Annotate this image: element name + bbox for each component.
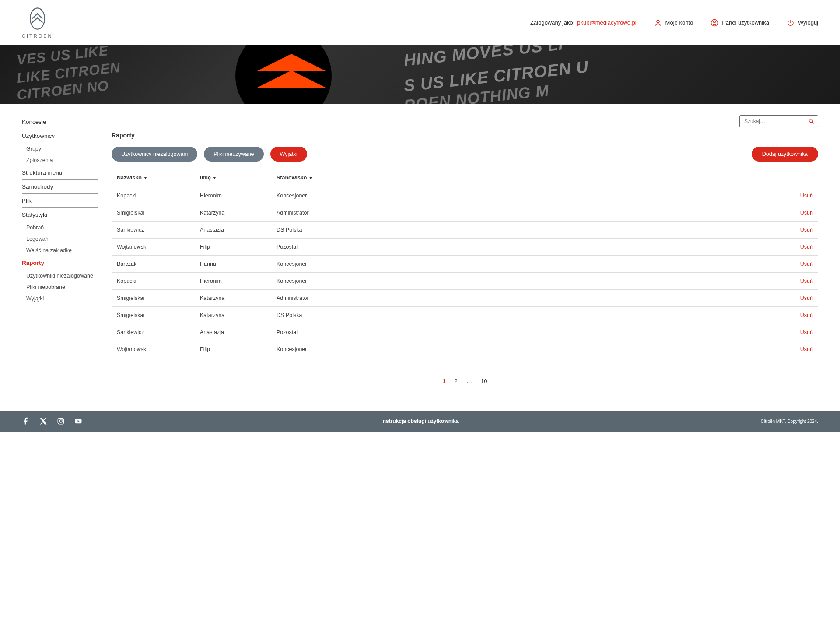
users-table: Nazwisko▼ Imię▼ Stanowisko▼ KopackiHiero…	[112, 170, 818, 358]
cell-lastname: Wojtanowski	[117, 244, 200, 250]
sort-caret-icon: ▼	[144, 176, 147, 180]
delete-link[interactable]: Usuń	[800, 346, 813, 352]
header-right: Zalogowany jako: pkub@mediacyfrowe.pl Mo…	[530, 19, 818, 27]
cell-role: Administrator	[276, 295, 778, 301]
cell-firstname: Katarzyna	[200, 210, 276, 216]
svg-point-6	[60, 420, 62, 422]
table-row: SankiewiczAnastazjaPozostaliUsuń	[112, 324, 818, 341]
sidebar-struktura[interactable]: Struktura menu	[22, 166, 98, 180]
table-row: WojtanowskiFilipPozostaliUsuń	[112, 238, 818, 255]
logged-email: pkub@mediacyfrowe.pl	[577, 19, 636, 26]
footer-manual-link[interactable]: Instrukcja obsługi użytkownika	[381, 418, 458, 424]
delete-link[interactable]: Usuń	[800, 329, 813, 335]
cell-lastname: Wojtanowski	[117, 346, 200, 352]
sidebar-pliki-niepobrane[interactable]: Pliki niepobrane	[22, 281, 98, 293]
col-role[interactable]: Stanowisko▼	[276, 175, 778, 181]
sort-caret-icon: ▼	[213, 176, 217, 180]
sidebar: Koncesje Użytkownicy Grupy Zgłoszenia St…	[22, 115, 98, 384]
sidebar-uzytkownicy[interactable]: Użytkownicy	[22, 129, 98, 143]
x-twitter-icon[interactable]	[39, 417, 47, 425]
my-account-link[interactable]: Moje konto	[654, 19, 693, 27]
delete-link[interactable]: Usuń	[800, 227, 813, 233]
page-title: Raporty	[112, 132, 818, 139]
cell-role: Pozostali	[276, 329, 778, 335]
cell-firstname: Katarzyna	[200, 312, 276, 318]
power-icon	[787, 19, 794, 27]
search-input[interactable]	[739, 115, 818, 127]
cell-lastname: Sankiewicz	[117, 227, 200, 233]
instagram-icon[interactable]	[57, 417, 65, 425]
table-row: ŚmigielskaiKatarzynaDS PolskaUsuń	[112, 306, 818, 324]
social-links	[22, 417, 82, 425]
logout-link[interactable]: Wyloguj	[787, 19, 818, 27]
sidebar-koncesje[interactable]: Koncesje	[22, 115, 98, 129]
delete-link[interactable]: Usuń	[800, 193, 813, 199]
sidebar-samochody[interactable]: Samochody	[22, 180, 98, 194]
table-row: KopackiHieronimKoncesjonerUsuń	[112, 272, 818, 289]
sidebar-pobran[interactable]: Pobrań	[22, 222, 98, 233]
user-panel-link[interactable]: Panel użytkownika	[710, 19, 769, 27]
delete-link[interactable]: Usuń	[800, 312, 813, 318]
sidebar-grupy[interactable]: Grupy	[22, 143, 98, 155]
logged-label: Zalogowany jako:	[530, 19, 574, 26]
svg-point-4	[809, 119, 813, 123]
cell-role: Pozostali	[276, 244, 778, 250]
sidebar-logowan[interactable]: Logowań	[22, 233, 98, 245]
cell-firstname: Hanna	[200, 261, 276, 267]
table-header: Nazwisko▼ Imię▼ Stanowisko▼	[112, 170, 818, 187]
cell-firstname: Hieronim	[200, 278, 276, 284]
delete-link[interactable]: Usuń	[800, 244, 813, 250]
cell-firstname: Hieronim	[200, 193, 276, 199]
tab-exceptions[interactable]: Wyjątki	[270, 147, 307, 162]
sidebar-raporty[interactable]: Raporty	[22, 256, 98, 270]
tab-unused-files[interactable]: Pliki nieużywane	[204, 147, 263, 162]
cell-firstname: Filip	[200, 346, 276, 352]
logged-as: Zalogowany jako: pkub@mediacyfrowe.pl	[530, 19, 637, 26]
svg-point-1	[657, 20, 659, 23]
delete-link[interactable]: Usuń	[800, 295, 813, 301]
cell-role: Koncesjoner	[276, 346, 778, 352]
sort-caret-icon: ▼	[308, 176, 312, 180]
table-row: BarczakHannaKoncesjonerUsuń	[112, 255, 818, 272]
delete-link[interactable]: Usuń	[800, 210, 813, 216]
cell-lastname: Śmigielskai	[117, 312, 200, 318]
add-user-button[interactable]: Dodaj użytkownika	[752, 147, 818, 162]
tab-unlogged-users[interactable]: Użytkownicy niezalogowani	[112, 147, 197, 162]
delete-link[interactable]: Usuń	[800, 261, 813, 267]
search-icon[interactable]	[808, 118, 815, 124]
footer: Instrukcja obsługi użytkownika Citroën M…	[0, 411, 840, 432]
sidebar-uzyt-niezal[interactable]: Użytkowniki niezalogowane	[22, 270, 98, 281]
cell-firstname: Anastazja	[200, 329, 276, 335]
col-lastname[interactable]: Nazwisko▼	[117, 175, 200, 181]
svg-point-7	[62, 419, 63, 420]
cell-lastname: Sankiewicz	[117, 329, 200, 335]
youtube-icon[interactable]	[74, 417, 82, 425]
delete-link[interactable]: Usuń	[800, 278, 813, 284]
page-last[interactable]: 10	[481, 378, 487, 384]
table-row: WojtanowskiFilipKoncesjonerUsuń	[112, 341, 818, 358]
sidebar-zgloszenia[interactable]: Zgłoszenia	[22, 155, 98, 166]
content: Raporty Użytkownicy niezalogowani Pliki …	[112, 115, 818, 384]
page-2[interactable]: 2	[455, 378, 458, 384]
page-dots: …	[466, 378, 472, 384]
sidebar-pliki[interactable]: Pliki	[22, 194, 98, 208]
cell-firstname: Filip	[200, 244, 276, 250]
cell-lastname: Kopacki	[117, 193, 200, 199]
table-row: ŚmigielskaiKatarzynaAdministratorUsuń	[112, 204, 818, 221]
sidebar-wejsc[interactable]: Wejść na zakładkę	[22, 245, 98, 256]
page-1[interactable]: 1	[443, 378, 446, 384]
sidebar-wyjatki[interactable]: Wyjątki	[22, 293, 98, 304]
cell-firstname: Katarzyna	[200, 295, 276, 301]
cell-lastname: Kopacki	[117, 278, 200, 284]
user-circle-icon	[710, 19, 718, 27]
col-firstname[interactable]: Imię▼	[200, 175, 276, 181]
cell-role: DS Polska	[276, 312, 778, 318]
sidebar-statystyki[interactable]: Statystyki	[22, 208, 98, 222]
brand-logo[interactable]: CITROËN	[22, 7, 53, 39]
user-icon	[654, 19, 662, 27]
facebook-icon[interactable]	[22, 417, 30, 425]
footer-copyright: Citroën MKT. Copyright 2024.	[761, 419, 818, 424]
svg-point-3	[714, 21, 716, 23]
search-box	[739, 115, 818, 127]
cell-lastname: Barczak	[117, 261, 200, 267]
